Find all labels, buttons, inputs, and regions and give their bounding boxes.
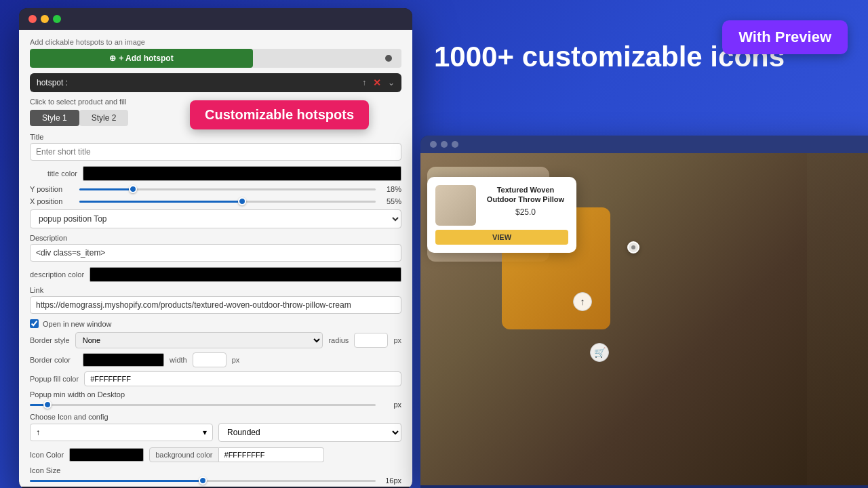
- hotspot-cart-dot[interactable]: 🛒: [590, 343, 609, 362]
- y-position-row: Y position 18%: [30, 185, 401, 193]
- add-hotspot-progress: ⊕ + Add hotspot: [30, 49, 401, 68]
- product-price: $25.0: [483, 207, 568, 217]
- description-field-group: Description: [30, 234, 401, 262]
- hotspot-row: hotspot : ↑ ✕ ⌄: [30, 73, 401, 92]
- x-position-label: X position: [30, 197, 74, 205]
- popup-fill-input[interactable]: [84, 371, 401, 386]
- title-color-row: title color: [30, 166, 401, 181]
- title-field-label: Title: [30, 133, 401, 141]
- product-popup-card: Textured Woven Outdoor Throw Pillow $25.…: [427, 177, 576, 253]
- width-label: width: [170, 356, 187, 364]
- px2-label: px: [232, 356, 240, 364]
- hotspot-dot-1[interactable]: [627, 241, 639, 253]
- x-position-fill: [79, 201, 242, 203]
- product-info: Textured Woven Outdoor Throw Pillow $25.…: [483, 185, 568, 217]
- x-position-thumb[interactable]: [238, 197, 246, 205]
- border-style-select[interactable]: None: [75, 332, 323, 348]
- popup-position-group: popup position Top: [30, 209, 401, 228]
- right-section: 1000+ customizable icons Textured Woven …: [393, 0, 868, 488]
- icon-arrow-symbol: ↑: [36, 428, 40, 437]
- popup-fill-label: Popup fill color: [30, 375, 79, 383]
- background-color-input[interactable]: [219, 447, 324, 462]
- border-color-label: Border color: [30, 356, 77, 364]
- vase-area: [807, 153, 868, 485]
- hotspot-dot-inner-1: [631, 245, 635, 249]
- icon-size-label: Icon Size: [30, 466, 401, 474]
- width-input[interactable]: [193, 352, 226, 367]
- plus-icon: ⊕: [109, 54, 116, 63]
- y-position-label: Y position: [30, 185, 74, 193]
- hotspot-up-icon[interactable]: ↑: [362, 78, 366, 87]
- y-position-thumb[interactable]: [129, 185, 137, 193]
- product-thumbnail: [435, 185, 476, 226]
- product-name: Textured Woven Outdoor Throw Pillow: [483, 185, 568, 205]
- add-hotspot-fill[interactable]: ⊕ + Add hotspot: [30, 49, 253, 68]
- title-field-group: Title: [30, 133, 401, 161]
- icon-style-select[interactable]: Rounded: [218, 423, 401, 442]
- popup-fill-row: Popup fill color: [30, 371, 401, 386]
- progress-dot: [385, 55, 392, 62]
- window-content: Add clickable hotspots to an image ⊕ + A…: [19, 30, 412, 487]
- choose-icon-label: Choose Icon and config: [30, 413, 401, 421]
- open-new-window-label: Open in new window: [43, 320, 112, 328]
- icon-size-fill: [30, 480, 203, 482]
- background-color-label: background color: [149, 447, 218, 462]
- preview-titlebar: [420, 136, 868, 153]
- hotspot-x-icon[interactable]: ✕: [373, 77, 381, 88]
- description-color-label: description color: [30, 270, 84, 279]
- description-input[interactable]: [30, 244, 401, 262]
- with-preview-badge: With Preview: [722, 20, 848, 54]
- preview-dot-3: [452, 141, 458, 148]
- min-width-track[interactable]: [30, 404, 376, 406]
- add-hotspot-btn-label: ⊕ + Add hotspot: [109, 54, 174, 63]
- view-button[interactable]: VIEW: [435, 230, 568, 245]
- icon-config-row: ↑ ▾ Rounded: [30, 423, 401, 442]
- icon-chevron-down: ▾: [203, 428, 207, 437]
- radius-label: radius: [328, 336, 349, 344]
- title-color-swatch[interactable]: [83, 166, 401, 181]
- window-titlebar: [19, 8, 412, 30]
- link-input[interactable]: [30, 296, 401, 314]
- radius-input[interactable]: [354, 333, 388, 348]
- hotspot-up-arrow-dot[interactable]: ↑: [573, 292, 592, 311]
- min-width-thumb[interactable]: [43, 401, 52, 409]
- bg-color-group: background color: [149, 447, 323, 462]
- hotspot-badge: Customizable hotspots: [190, 100, 369, 129]
- icon-color-swatch[interactable]: [69, 448, 144, 462]
- description-color-swatch[interactable]: [90, 267, 401, 282]
- popup-position-select[interactable]: popup position Top: [30, 209, 401, 228]
- product-card-inner: Textured Woven Outdoor Throw Pillow $25.…: [435, 185, 568, 226]
- y-position-fill: [79, 188, 133, 190]
- preview-dot-1: [430, 141, 437, 148]
- icon-color-label: Icon Color: [30, 451, 64, 459]
- style1-tab[interactable]: Style 1: [30, 110, 79, 126]
- add-hotspot-bar: Add clickable hotspots to an image ⊕ + A…: [30, 38, 401, 68]
- title-color-label: title color: [30, 169, 77, 178]
- title-input[interactable]: [30, 143, 401, 161]
- maximize-dot[interactable]: [53, 15, 61, 23]
- x-position-row: X position 55%: [30, 197, 401, 205]
- popup-min-width-row: Popup min width on Desktop px: [30, 390, 401, 409]
- icon-size-row: Icon Size 16px: [30, 466, 401, 485]
- x-position-track[interactable]: [79, 201, 376, 203]
- preview-window: Textured Woven Outdoor Throw Pillow $25.…: [420, 136, 868, 488]
- close-dot[interactable]: [28, 15, 37, 23]
- minimize-dot[interactable]: [41, 15, 49, 23]
- popup-min-width-label: Popup min width on Desktop: [30, 390, 401, 399]
- app-window: Add clickable hotspots to an image ⊕ + A…: [19, 8, 412, 488]
- preview-dot-2: [441, 141, 448, 148]
- link-field-group: Link: [30, 286, 401, 314]
- preview-body: Textured Woven Outdoor Throw Pillow $25.…: [420, 153, 868, 485]
- border-style-label: Border style: [30, 336, 70, 344]
- style2-tab[interactable]: Style 2: [79, 110, 129, 126]
- link-label: Link: [30, 286, 401, 294]
- border-color-swatch[interactable]: [83, 353, 164, 367]
- icon-size-track[interactable]: [30, 480, 376, 482]
- open-new-window-checkbox[interactable]: [30, 319, 39, 328]
- icon-size-thumb[interactable]: [199, 476, 207, 485]
- description-label: Description: [30, 234, 401, 242]
- choose-icon-group: Choose Icon and config ↑ ▾ Rounded: [30, 413, 401, 442]
- hotspot-label: hotspot :: [37, 78, 362, 87]
- y-position-track[interactable]: [79, 188, 376, 190]
- icon-select-btn[interactable]: ↑ ▾: [30, 424, 213, 441]
